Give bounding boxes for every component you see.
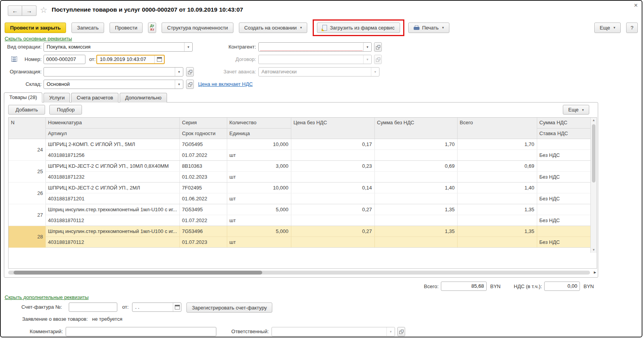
close-icon[interactable]: × [634,2,638,9]
chevron-down-icon[interactable]: ▾ [175,80,183,89]
invoice-number-input[interactable] [69,302,117,312]
horizontal-scroll-thumb[interactable] [14,271,262,275]
total-cell[interactable]: 1,70 [457,139,537,150]
total-empty-cell[interactable] [457,171,537,182]
nomenclature-cell[interactable]: ШПРИЦ 2-КОМП. С ИГЛОЙ УП., 5МЛ [45,139,179,150]
vat-sum-cell[interactable] [537,204,590,215]
expiry-cell[interactable]: 01.06.2022 [179,193,227,204]
help-button[interactable]: ? [626,23,638,33]
row-number-cell[interactable]: 27 [9,204,45,226]
load-from-pharma-service-button[interactable]: Загрузить из фарма сервис [317,23,400,33]
vat-total-input[interactable]: 0,00 [544,282,580,291]
nomenclature-cell[interactable]: Шприц инсулин.стер.трехкомпонетный 1мл-U… [45,204,179,215]
total-empty-cell[interactable] [457,215,537,226]
price-empty-cell[interactable] [291,171,374,182]
series-cell[interactable]: 7G05495 [179,139,227,150]
warehouse-field[interactable]: Основной ▾ [44,80,183,89]
vat-rate-cell[interactable]: Без НДС [537,150,590,160]
table-row[interactable]: 24ШПРИЦ 2-КОМП. С ИГЛОЙ УП., 5МЛ7G054951… [9,139,590,150]
article-cell[interactable]: 4031881870112 [45,236,179,247]
sum-empty-cell[interactable] [374,215,457,226]
expiry-cell[interactable]: 01.07.2022 [179,215,227,226]
chevron-down-icon[interactable]: ▾ [184,43,192,51]
series-cell[interactable]: 7G53496 [179,226,227,236]
hide-main-attributes-link[interactable]: Скрыть основные реквизиты [5,36,72,42]
row-number-cell[interactable]: 26 [9,182,45,204]
scroll-right-icon[interactable]: ▶ [594,270,596,275]
price-empty-cell[interactable] [291,236,374,247]
horizontal-scrollbar[interactable]: ▶ [8,270,597,275]
unit-cell[interactable]: шт [227,171,291,182]
forward-icon[interactable]: → [22,5,37,16]
expiry-cell[interactable]: 01.07.2022 [179,150,227,160]
col-header-vat-sum[interactable]: Сумма НДС [537,118,590,128]
vat-sum-cell[interactable] [537,182,590,193]
post-and-close-button[interactable]: Провести и закрыть [5,23,66,33]
col-header-quantity[interactable]: Количество [227,118,291,128]
hide-additional-attributes-link[interactable]: Скрыть дополнительные реквизиты [5,294,89,300]
unit-cell[interactable]: шт [227,236,291,247]
chevron-down-icon[interactable]: ▾ [175,68,183,76]
price-cell[interactable]: 0,27 [291,204,374,215]
tab-settlement-accounts[interactable]: Счета расчетов [71,93,118,103]
tab-additional[interactable]: Дополнительно [120,93,167,103]
calendar-icon[interactable] [154,56,164,63]
chevron-down-icon[interactable]: ▾ [371,68,379,76]
vat-rate-cell[interactable]: Без НДС [537,193,590,204]
sum-cell[interactable]: 1,35 [374,204,457,215]
grid-more-button[interactable]: Еще ▾ [563,105,589,115]
col-header-n[interactable]: N [9,118,45,139]
unit-cell[interactable]: шт [227,215,291,226]
price-empty-cell[interactable] [291,215,374,226]
vertical-scrollbar[interactable]: ▲ ▼ [590,118,597,253]
total-cell[interactable]: 1,35 [457,226,537,236]
add-row-button[interactable]: Добавить [8,105,45,115]
price-no-vat-link[interactable]: Цена не включает НДС [198,81,253,87]
quantity-cell[interactable]: 5,000 [227,226,291,236]
write-button[interactable]: Записать [71,23,104,33]
table-row[interactable]: 28Шприц инсулин.стер.трехкомпонетный 1мл… [9,226,590,236]
comment-input[interactable] [66,327,216,336]
chevron-down-icon[interactable]: ▾ [386,327,395,336]
nomenclature-cell[interactable]: Шприц инсулин.стер.трехкомпонетный 1мл-U… [45,226,179,236]
sum-empty-cell[interactable] [374,171,457,182]
favorite-star-icon[interactable]: ☆ [40,5,47,15]
total-cell[interactable]: 1,35 [457,204,537,215]
create-based-on-button[interactable]: Создать на основании ▾ [239,23,307,33]
col-header-sum[interactable]: Сумма без НДС [374,118,457,139]
more-button[interactable]: Еще ▾ [594,23,621,33]
table-row[interactable]: 27Шприц инсулин.стер.трехкомпонетный 1мл… [9,204,590,215]
warehouse-open-button[interactable] [186,80,194,89]
tab-goods[interactable]: Товары (28) [4,92,42,103]
article-cell[interactable]: 4031881871201 [45,193,179,204]
advance-offset-field[interactable]: Автоматически ▾ [258,67,379,76]
article-cell[interactable]: 4031881871232 [45,171,179,182]
sum-empty-cell[interactable] [374,236,457,247]
nomenclature-cell[interactable]: ШПРИЦ KD-JECT-2 С ИГЛОЙ УП., 2МЛ [45,182,179,193]
sum-cell[interactable]: 0,69 [374,160,457,171]
expiry-cell[interactable]: 01.02.2023 [179,171,227,182]
quantity-cell[interactable]: 10,000 [227,182,291,193]
quantity-cell[interactable]: 10,000 [227,139,291,150]
price-cell[interactable]: 0,27 [291,226,374,236]
vat-sum-cell[interactable] [537,139,590,150]
table-row-line2[interactable]: 403188187123201.02.2023штБез НДС [9,171,590,182]
chevron-down-icon[interactable]: ▾ [363,43,371,51]
sum-empty-cell[interactable] [374,150,457,160]
price-cell[interactable]: 0,17 [291,139,374,150]
table-row[interactable]: 25ШПРИЦ KD-JECT-2 С ИГЛОЙ УП., 10МЛ 0,8Х… [9,160,590,171]
calendar-icon[interactable] [173,303,181,311]
total-empty-cell[interactable] [457,236,537,247]
nomenclature-cell[interactable]: ШПРИЦ KD-JECT-2 С ИГЛОЙ УП., 10МЛ 0,8Х40… [45,160,179,171]
price-empty-cell[interactable] [291,150,374,160]
scroll-up-icon[interactable]: ▲ [591,118,597,123]
dtkt-postings-button[interactable]: Дт Кт [148,23,156,33]
quantity-cell[interactable]: 5,000 [227,204,291,215]
col-header-nomenclature[interactable]: Номенклатура [45,118,179,128]
total-input[interactable]: 85,68 [441,282,487,291]
vat-sum-cell[interactable] [537,160,590,171]
total-empty-cell[interactable] [457,193,537,204]
expiry-cell[interactable]: 01.07.2023 [179,236,227,247]
sum-cell[interactable]: 1,35 [374,226,457,236]
col-header-expiry[interactable]: Срок годности [179,128,227,139]
